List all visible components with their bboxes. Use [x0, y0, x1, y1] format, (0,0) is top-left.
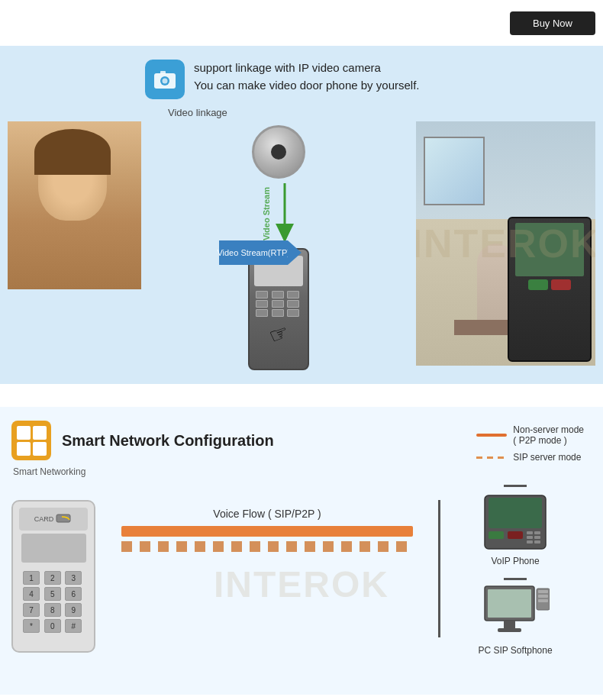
svg-rect-11 [527, 531, 533, 534]
video-stream-arrow: Video Stream [262, 183, 295, 244]
svg-rect-18 [488, 589, 531, 618]
voip-label: VoIP Phone [491, 556, 539, 566]
intercom-key [287, 309, 299, 317]
key-0: 0 [44, 619, 61, 633]
diagram-right-devices: VoIP Phone [439, 485, 592, 683]
video-linkage-header: support linkage with IP video camera You… [8, 60, 595, 99]
svg-rect-20 [498, 628, 521, 632]
svg-rect-3 [160, 71, 166, 74]
office-ip-phone [508, 217, 592, 362]
vertical-connector-line [438, 500, 440, 637]
svg-rect-14 [534, 536, 540, 539]
card-label: CARD [34, 515, 54, 523]
key-6: 6 [65, 587, 82, 601]
diagram-intercom: CARD 1 2 3 4 5 6 7 8 9 * 0 # [11, 500, 95, 653]
svg-rect-19 [504, 621, 515, 628]
voip-h-line [504, 485, 527, 487]
legend-nonserver-text: Non-server mode ( P2P mode ) [513, 424, 584, 446]
flow-lines [95, 526, 439, 552]
svg-rect-12 [534, 531, 540, 534]
video-linkage-label: Video linkage [168, 107, 227, 118]
intercom-device: ☞ [248, 248, 309, 370]
arrow-down-icon [274, 183, 295, 244]
diagram-intercom-card-reader: CARD [19, 508, 88, 531]
key-8: 8 [44, 603, 61, 617]
svg-point-2 [163, 79, 168, 84]
video-stream-label: Video Stream [262, 187, 271, 240]
legend-area: Non-server mode ( P2P mode ) SIP server … [476, 424, 584, 463]
pc-softphone-group: PC SIP Softphone [478, 578, 552, 656]
phone-answer-button [528, 279, 548, 290]
pc-monitor-icon [481, 585, 550, 642]
intercom-key [256, 309, 268, 317]
svg-rect-15 [527, 540, 533, 544]
svg-rect-16 [534, 540, 540, 544]
key-5: 5 [44, 587, 61, 601]
diagram-intercom-screen [21, 534, 86, 563]
voip-phone-group: VoIP Phone [481, 485, 550, 566]
section-divider [0, 384, 603, 407]
camera-dome [252, 125, 305, 179]
voip-connector [504, 485, 527, 487]
video-linkage-description: support linkage with IP video camera You… [194, 60, 419, 94]
key-star: * [23, 619, 40, 633]
legend-dashed-line [476, 456, 507, 459]
pc-h-line [504, 578, 527, 580]
key-4: 4 [23, 587, 40, 601]
office-scene: INTEROK [416, 121, 595, 366]
intercom-key [287, 291, 299, 298]
svg-rect-24 [538, 599, 548, 602]
intercom-key [272, 309, 284, 317]
office-phone-screen [515, 223, 584, 276]
phone-hangup-button [551, 279, 571, 290]
diagram-center: Voice Flow ( SIP/P2P ) [95, 485, 439, 683]
intercom-key [272, 300, 284, 308]
key-7: 7 [23, 603, 40, 617]
pc-connector [504, 578, 527, 580]
smart-networking-label: Smart Networking [13, 466, 592, 477]
key-3: 3 [65, 571, 82, 585]
intercom-key [256, 291, 268, 298]
flow-line-solid [121, 526, 414, 537]
flow-line-dashed [121, 541, 414, 552]
office-window [424, 137, 485, 205]
svg-rect-10 [508, 531, 523, 539]
hand-icon: ☞ [266, 319, 292, 350]
svg-rect-23 [538, 595, 548, 598]
video-linkage-label-area: Video linkage [8, 107, 595, 118]
video-linkage-section: support linkage with IP video camera You… [0, 46, 603, 384]
smart-network-header-row: Smart Network Configuration Non-server m… [11, 421, 592, 466]
svg-rect-13 [527, 536, 533, 539]
smart-network-title: Smart Network Configuration [62, 432, 274, 450]
grid-icon [17, 426, 47, 456]
intercom-key [256, 300, 268, 308]
camera-icon-box [145, 60, 185, 99]
key-9: 9 [65, 603, 82, 617]
diagram-area: INTEROK CARD 1 2 3 4 5 6 7 8 [11, 485, 592, 683]
legend-nonserver: Non-server mode ( P2P mode ) [476, 424, 584, 446]
support-text-line1: support linkage with IP video camera [194, 60, 419, 77]
video-stream-rtp-label: Video Stream(RTP) [219, 240, 288, 265]
top-section: Buy Now [0, 0, 603, 46]
voice-flow-label: Voice Flow ( SIP/P2P ) [213, 508, 321, 520]
pc-softphone-label: PC SIP Softphone [478, 645, 552, 656]
smart-network-section: Smart Network Configuration Non-server m… [0, 407, 603, 695]
support-text-line2: You can make video door phone by yoursel… [194, 77, 419, 95]
key-1: 1 [23, 571, 40, 585]
legend-sip: SIP server mode [476, 452, 584, 463]
svg-rect-9 [489, 531, 504, 539]
smart-network-header: Smart Network Configuration [11, 421, 274, 460]
video-content-row: Video Stream [8, 121, 595, 370]
diagram-intercom-keypad: 1 2 3 4 5 6 7 8 9 * 0 # [23, 571, 84, 633]
buy-now-button[interactable]: Buy Now [510, 11, 595, 35]
grid-icon-box [11, 421, 51, 460]
svg-rect-8 [489, 498, 542, 528]
key-hash: # [65, 619, 82, 633]
intercom-key [272, 291, 284, 298]
key-2: 2 [44, 571, 61, 585]
card-swipe-icon [56, 514, 73, 524]
voip-phone-icon [481, 492, 550, 553]
svg-rect-22 [538, 590, 548, 593]
person-image [8, 121, 141, 289]
intercom-keypad [256, 291, 302, 317]
